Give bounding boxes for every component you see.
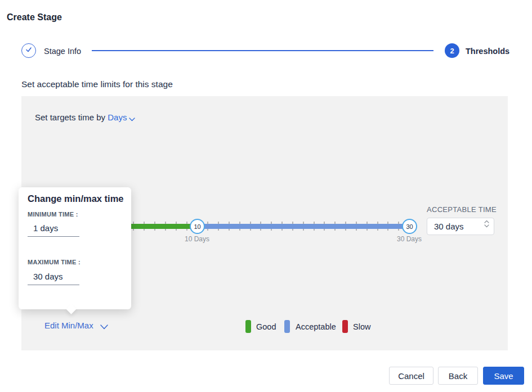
target-time-unit-dropdown[interactable]: Days <box>108 112 135 122</box>
slider-max-label: 30 Days <box>387 235 432 243</box>
chevron-down-icon <box>129 114 135 123</box>
section-subtitle: Set acceptable time limits for this stag… <box>21 79 173 89</box>
step2-number: 2 <box>450 47 454 55</box>
acceptable-time-stepper[interactable] <box>484 220 489 228</box>
legend-swatch-good <box>245 320 251 333</box>
slider-handle-max[interactable]: 30 <box>402 219 417 234</box>
slider-track-acceptable[interactable] <box>197 224 409 229</box>
legend-swatch-acceptable <box>284 320 290 333</box>
save-button[interactable]: Save <box>483 367 524 385</box>
legend-swatch-slow <box>342 320 348 333</box>
page-title: Create Stage <box>7 12 62 22</box>
popover-title: Change min/max time <box>28 193 124 204</box>
minimum-time-label: MINIMUM TIME : <box>28 211 78 218</box>
minimum-time-input[interactable] <box>28 223 79 237</box>
step1-circle[interactable] <box>21 43 36 58</box>
maximum-time-input[interactable] <box>28 272 79 285</box>
edit-minmax-link[interactable]: Edit Min/Max <box>44 321 108 331</box>
legend-label-good: Good <box>256 322 276 331</box>
check-icon <box>25 46 33 56</box>
stepper-connector <box>92 50 433 51</box>
chevron-down-icon <box>484 224 489 228</box>
step2-circle[interactable]: 2 <box>445 43 459 58</box>
create-stage-screen: Create Stage Stage Info 2 Thresholds Set… <box>0 0 532 392</box>
legend-label-acceptable: Acceptable <box>296 322 336 331</box>
legend-label-slow: Slow <box>353 322 370 331</box>
maximum-time-label: MAXIMUM TIME : <box>28 259 81 265</box>
target-time-prefix: Set targets time by <box>35 112 105 122</box>
acceptable-time-box <box>427 218 494 235</box>
cancel-button[interactable]: Cancel <box>389 367 433 385</box>
step2-label: Thresholds <box>466 47 509 56</box>
slider-handle-min[interactable]: 10 <box>190 219 205 234</box>
change-minmax-popover: Change min/max time MINIMUM TIME : MAXIM… <box>19 187 131 309</box>
acceptable-time-input[interactable] <box>434 218 479 235</box>
back-button[interactable]: Back <box>438 367 478 385</box>
target-time-row: Set targets time by Days <box>35 112 135 123</box>
acceptable-time-label: ACCEPTABLE TIME <box>427 205 497 214</box>
chevron-down-icon <box>100 322 108 331</box>
chevron-up-icon <box>484 220 489 223</box>
slider-min-label: 10 Days <box>175 235 220 243</box>
step1-label[interactable]: Stage Info <box>44 47 81 56</box>
